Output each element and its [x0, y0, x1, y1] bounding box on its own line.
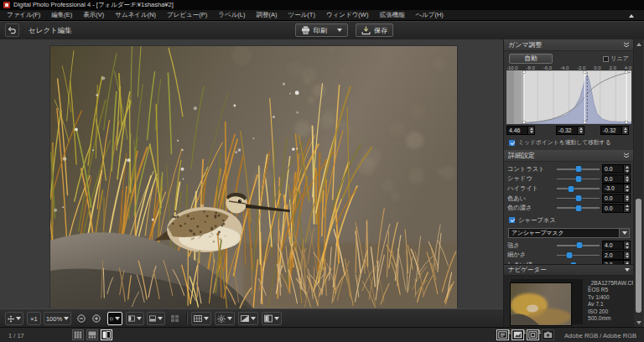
slider-value[interactable]: 2.0	[602, 251, 623, 260]
white-point-spinner[interactable]	[621, 126, 629, 135]
slider-spinbox[interactable]: 2.0	[602, 251, 631, 260]
slider-value[interactable]: 0.0	[602, 174, 623, 184]
split-dropdown-icon[interactable]	[274, 317, 279, 320]
collapse-chevrons-icon[interactable]	[623, 153, 630, 158]
menu-item-2[interactable]: 表示(V)	[83, 11, 104, 19]
recipe-settings-button[interactable]	[215, 312, 235, 325]
slider-value[interactable]: 0.0	[602, 194, 623, 203]
white-point-spinbox[interactable]: -0.32	[600, 126, 629, 135]
black-point-spinbox[interactable]: 4.46	[506, 126, 535, 135]
slider-spinner[interactable]	[623, 164, 631, 174]
photo-canvas[interactable]	[50, 46, 457, 308]
scrollbar-thumb[interactable]	[636, 199, 641, 313]
slider-spinner[interactable]	[623, 194, 631, 203]
grid-view-button[interactable]	[72, 329, 84, 340]
slider-thumb[interactable]	[567, 252, 573, 258]
slider-spinbox[interactable]: 0.0	[602, 204, 631, 213]
zoom-in-button[interactable]	[90, 312, 103, 325]
slider-thumb[interactable]	[575, 166, 581, 172]
slider-thumb[interactable]	[575, 195, 581, 201]
thumb2-dropdown-icon[interactable]	[158, 317, 163, 320]
save-button[interactable]: 保存	[356, 23, 393, 37]
fit-to-window-button[interactable]	[107, 312, 122, 325]
slider-track[interactable]	[557, 194, 600, 203]
slider-spinner[interactable]	[623, 184, 631, 193]
split-view-button[interactable]	[262, 312, 282, 325]
grid-dropdown-icon[interactable]	[204, 317, 209, 320]
midpoint-link-checkbox[interactable]	[509, 140, 515, 146]
recipe-dropdown-icon[interactable]	[227, 317, 232, 320]
black-point-value[interactable]: 4.46	[506, 126, 527, 135]
slider-value[interactable]: 4.0	[602, 241, 623, 250]
slider-value[interactable]: 0.0	[602, 204, 623, 213]
menu-item-5[interactable]: ラベル(L)	[218, 11, 245, 19]
linear-checkbox-row[interactable]: リニア	[603, 54, 630, 63]
slider-value[interactable]: -3.0	[602, 184, 623, 193]
tone-curve-histogram[interactable]	[506, 70, 631, 124]
dropdown-arrow-button[interactable]	[619, 229, 629, 237]
scroll-down-button[interactable]	[634, 318, 643, 327]
detail-section-header[interactable]: 詳細設定	[504, 150, 634, 162]
sharpness-checkbox[interactable]	[509, 217, 515, 223]
zoom-level-dropdown[interactable]: 100%	[44, 312, 71, 325]
thumbnail-layout-button-2[interactable]	[147, 312, 165, 325]
menu-item-6[interactable]: 調整(A)	[256, 11, 277, 19]
auto-adjust-button[interactable]: 自動	[509, 54, 553, 64]
midpoint-link-row[interactable]: ミッドポイントを連動して移動する	[504, 136, 634, 150]
grid-display-button[interactable]	[191, 312, 211, 325]
slider-spinner[interactable]	[623, 204, 631, 213]
print-button[interactable]: 印刷	[295, 23, 348, 37]
slider-track[interactable]	[557, 174, 600, 183]
mid-point-spinbox[interactable]: -0.32	[556, 126, 584, 135]
slider-track[interactable]	[557, 251, 600, 259]
menu-item-9[interactable]: 拡張機能	[379, 11, 404, 19]
pan-tool-button[interactable]	[5, 312, 23, 325]
navigator-palette-toggle-button[interactable]: 1	[527, 329, 539, 340]
histogram-palette-toggle-button[interactable]: 1	[512, 329, 524, 340]
menu-item-0[interactable]: ファイル(F)	[7, 11, 40, 19]
slider-spinner[interactable]	[623, 174, 631, 184]
mid-point-spinner[interactable]	[577, 126, 584, 135]
print-dropdown-icon[interactable]	[337, 28, 342, 32]
slider-track[interactable]	[557, 241, 600, 250]
slider-track[interactable]	[557, 165, 600, 174]
navigator-header[interactable]: ナビゲーター	[504, 265, 634, 276]
menu-item-7[interactable]: ツール(T)	[288, 11, 314, 19]
menu-item-4[interactable]: プレビュー(P)	[167, 11, 207, 19]
slider-spinbox[interactable]: 0.0	[602, 164, 631, 174]
mid-point-value[interactable]: -0.32	[556, 126, 577, 135]
sharpness-row[interactable]: シャープネス	[504, 213, 634, 226]
slider-track[interactable]	[557, 184, 600, 193]
camera-control-button[interactable]	[542, 329, 554, 340]
navigator-collapse-icon[interactable]	[625, 268, 630, 272]
thumb1-dropdown-icon[interactable]	[137, 317, 142, 320]
menu-item-10[interactable]: ヘルプ(H)	[415, 11, 443, 19]
thumbnail-layout-button-1[interactable]	[126, 312, 144, 325]
back-button[interactable]	[5, 23, 19, 37]
slider-spinbox[interactable]: 4.0	[602, 241, 631, 250]
zoom-dropdown-icon[interactable]	[64, 317, 69, 320]
menu-item-8[interactable]: ウィンドウ(W)	[326, 11, 368, 19]
pixel-100-button[interactable]: ×1	[27, 312, 41, 325]
slider-spinner[interactable]	[623, 241, 631, 250]
slider-value[interactable]: 0.0	[602, 164, 623, 174]
compare-dropdown-icon[interactable]	[251, 317, 256, 320]
palette-scrollbar[interactable]	[633, 39, 643, 327]
slider-thumb[interactable]	[576, 242, 582, 248]
slider-thumb[interactable]	[575, 205, 581, 211]
scroll-up-button[interactable]	[634, 39, 643, 49]
menu-item-3[interactable]: サムネイル(N)	[115, 11, 156, 19]
black-point-spinner[interactable]	[527, 126, 535, 135]
sharpness-mode-dropdown[interactable]: アンシャープマスク	[508, 228, 630, 238]
slider-spinbox[interactable]: -3.0	[602, 184, 631, 193]
before-after-compare-button[interactable]	[238, 312, 258, 325]
linear-checkbox[interactable]	[603, 56, 609, 62]
pan-dropdown-icon[interactable]	[16, 317, 21, 320]
preview-with-filmstrip-button[interactable]	[86, 329, 98, 340]
collapse-menu-icon[interactable]	[629, 14, 634, 18]
slider-thumb[interactable]	[568, 186, 574, 192]
zoom-out-button[interactable]	[75, 312, 88, 325]
tool-palette-toggle-button[interactable]: 1	[496, 329, 509, 340]
menu-item-1[interactable]: 編集(E)	[51, 11, 72, 19]
edit-view-button-active[interactable]	[101, 329, 112, 340]
